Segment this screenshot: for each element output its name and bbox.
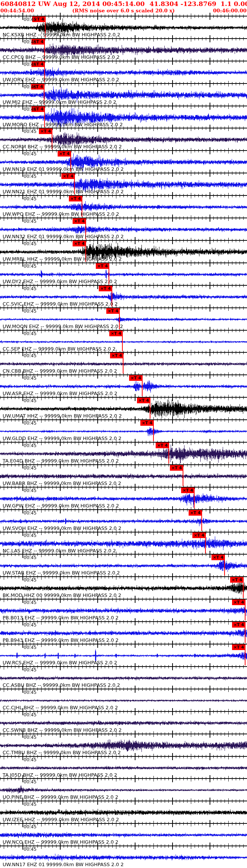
trace-row-uw-moro[interactable]: ×T 400:45UW.MORO EHZ -- 99999.0km BW HIG… [0,106,247,128]
pick-flag[interactable]: ×T 4 [211,555,225,560]
station-label-pb-b943: PB.B943 EHZ -- 99999.0km BW HIGHPASS 2.0… [3,637,119,643]
window-start-time: 00:44:54.00 [0,7,34,13]
trace-row-uw-babr[interactable]: ×T 400:45UW.BABR BHZ -- 99999.0km BW HIG… [0,464,247,487]
trace-row-uw-nn32[interactable]: ×T 400:45UW.NN32 EHZ 01 99999.0km BW HIG… [0,218,247,240]
station-label-uw-izee: UW.IZEE HHZ -- 99999.0km BW HIGHPASS 2.0… [3,817,119,822]
station-label-cc-svic: CC.SVIC EHZ -- 99999.0km BW HIGHPASS 2.0… [3,301,118,307]
trace-row-uw-star[interactable]: ×T 400:45UW.STAR EHZ -- 99999.0km BW HIG… [0,554,247,576]
trace-row-uw-dy2[interactable]: ×T 400:45UW.DY2 EHZ -- 99999.0km BW HIGH… [0,262,247,285]
pick-flag[interactable]: ×T 4 [232,644,246,650]
pick-flag[interactable]: ×T 4 [61,173,75,179]
pick-flag[interactable]: ×T 4 [106,308,120,314]
pick-flag[interactable]: ×T 4 [96,263,109,269]
station-label-nc-las: NC.LAS EHZ -- 99999.0km BW HIGHPASS 2.0 … [3,548,116,553]
station-label-cc-cjhl: CC.CJHL BHZ -- 99999.0km BW HIGHPASS 2.0… [3,705,118,710]
pick-flag[interactable]: ×T 4 [232,622,246,628]
pick-flag[interactable]: ×T 4 [170,465,183,471]
pick-flag[interactable]: ×T 4 [58,151,71,157]
pick-flag[interactable]: ×T 4 [192,532,206,538]
station-label-cc-asbu: CC.ASBU BHZ -- 99999.0km BW HIGHPASS 2.0… [3,682,120,688]
trace-row-pb-b013[interactable]: ×T 400:45PB.B013 EHZ -- 99999.0km BW HIG… [0,599,247,621]
trace-row-uw-jorv[interactable]: ×T 400:45UW.JORV EHZ -- 99999.0km BW HIG… [0,61,247,83]
trace-row-cc-norm[interactable]: ×T 400:45CC.NORM BHZ -- 99999.0km BW HIG… [0,128,247,150]
pick-flag[interactable]: ×T 4 [189,510,202,516]
trace-row-ta-j05d[interactable]: 00:45TA.J05D BHZ -- 99999.0km BW HIGHPAS… [0,756,247,779]
pick-flag[interactable]: ×T 4 [110,353,124,358]
minute-tick-label: 00:45 [24,219,37,224]
rms-scaling-note: (RMS noise over 6.0 s scaled 20.0 x) [72,7,175,13]
station-label-uw-moon: UW.MOON EHZ -- 99999.0km BW HIGHPASS 2.0… [3,324,123,329]
minute-tick-label: 00:45 [24,555,37,560]
station-label-cc-sep: CC.SEP EHZ -- 99999.0km BW HIGHPASS 2.0 … [3,346,116,352]
minute-tick-label: 00:45 [24,286,37,291]
trace-row-uw-nn19[interactable]: ×T 400:45UW.NN19 EHZ 01 99999.0km BW HIG… [0,150,247,173]
minute-tick-label: 00:45 [24,309,37,314]
station-label-cn-cbb: CN.CBB BHZ -- 99999.0km BW HIGHPASS 2.0 … [3,368,117,374]
trace-row-uw-umat[interactable]: ×T 400:45UW.UMAT HHZ -- 99999.0km BW HIG… [0,397,247,419]
trace-row-uw-nco[interactable]: 00:45UW.NCO EHZ -- 99999.0km BW HIGHPASS… [0,823,247,846]
pick-flag[interactable]: ×T 4 [232,600,246,605]
trace-row-uw-gpw[interactable]: ×T 400:45UW.GPW EHZ -- 99999.0km BW HIGH… [0,487,247,509]
station-label-uw-rcs: UW.RCS EHZ -- 99999.0km BW HIGHPASS 2.0 … [3,660,117,665]
trace-row-cn-cbb[interactable]: ×T 400:45CN.CBB BHZ -- 99999.0km BW HIGH… [0,352,247,374]
station-label-uw-babr: UW.BABR BHZ -- 99999.0km BW HIGHPASS 2.0… [3,480,121,486]
station-label-ta-e04d: TA.E04D BHZ -- 99999.0km BW HIGHPASS 2.0… [3,458,119,464]
pick-flag[interactable]: ×T 4 [230,577,244,583]
station-label-uw-mrbl: UW.MRBL HHZ -- 99999.0km BW HIGHPASS 2.0… [3,256,122,262]
trace-row-cc-tmbu[interactable]: 00:45CC.TMBU BHZ -- 99999.0km BW HIGHPAS… [0,734,247,756]
minute-tick-label: 00:45 [24,421,37,426]
window-time-line: 00:44:54.00 (RMS noise over 6.0 s scaled… [0,7,247,13]
pick-flag[interactable]: ×T 4 [140,420,154,426]
trace-row-uw-nn21[interactable]: ×T 400:45UW.NN21 EHZ 01 99999.0km BW HIG… [0,173,247,195]
trace-row-cc-swnb[interactable]: 00:45CC.SWNB BHZ -- 99999.0km BW HIGHPAS… [0,711,247,734]
trace-row-bk-mod[interactable]: ×T 400:45BK.MOD HHZ 00 99999.0km BW HIGH… [0,576,247,599]
trace-row-nc-las[interactable]: ×T 400:45NC.LAS EHZ -- 99999.0km BW HIGH… [0,532,247,554]
trace-row-uw-wpo[interactable]: ×T 400:45UW.WPO EHZ -- 99999.0km BW HIGH… [0,195,247,218]
minute-tick-label: 00:45 [24,757,37,762]
station-label-uw-asr: UW.ASR EHZ -- 99999.0km BW HIGHPASS 2.0 … [3,391,117,396]
trace-row-uw-rcs[interactable]: ×T 400:45UW.RCS EHZ -- 99999.0km BW HIGH… [0,644,247,666]
pick-flag[interactable]: ×T 4 [99,286,112,291]
pick-flag[interactable]: ×T 4 [109,331,123,336]
trace-row-uw-gldd[interactable]: ×T 400:45UW.GLDD EHZ -- 99999.0km BW HIG… [0,419,247,442]
minute-tick-label: 00:45 [24,398,37,403]
pick-flag[interactable]: ×T 4 [39,128,52,134]
pick-flag[interactable]: ×T 4 [156,443,169,448]
pick-flag[interactable]: ×T 4 [73,241,86,246]
trace-row-cc-cpc0[interactable]: ×T 400:45CC.CPC0 BHZ -- 99999.0km BW HIG… [0,38,247,61]
trace-row-cc-sep[interactable]: ×T 400:45CC.SEP EHZ -- 99999.0km BW HIGH… [0,330,247,352]
minute-tick-label: 00:45 [24,241,37,246]
trace-row-uw-svoh[interactable]: ×T 400:45UW.SVOH EHZ -- 99999.0km BW HIG… [0,509,247,532]
station-label-uw-moro: UW.MORO EHZ -- 99999.0km BW HIGHPASS 2.0… [3,122,123,127]
pick-flag[interactable]: ×T 4 [181,488,195,493]
trace-row-uw-moon[interactable]: ×T 400:45UW.MOON EHZ -- 99999.0km BW HIG… [0,307,247,330]
trace-row-uw-izee[interactable]: 00:45UW.IZEE HHZ -- 99999.0km BW HIGHPAS… [0,801,247,823]
pick-flag[interactable]: ×T 4 [137,398,150,403]
minute-tick-label: 00:45 [24,577,37,583]
trace-row-pb-b943[interactable]: ×T 400:45PB.B943 EHZ -- 99999.0km BW HIG… [0,621,247,644]
minute-tick-label: 00:45 [24,331,37,336]
seismogram-review-window: 60840812 UW Aug 12, 2014 00:45:14.00 41.… [0,0,247,868]
station-label-uw-dy2: UW.DY2 EHZ -- 99999.0km BW HIGHPASS 2.0 … [3,279,117,284]
pick-flag[interactable]: ×T 4 [69,196,82,201]
trace-row-uw-mj2[interactable]: ×T 400:45UW.MJ2 EHZ -- 99999.0km BW HIGH… [0,83,247,106]
station-label-uw-umat: UW.UMAT HHZ -- 99999.0km BW HIGHPASS 2.0… [3,413,122,419]
minute-tick-label: 00:45 [24,802,37,807]
trace-row-ta-e04d[interactable]: ×T 400:45TA.E04D BHZ -- 99999.0km BW HIG… [0,442,247,464]
station-label-uw-star: UW.STAR EHZ -- 99999.0km BW HIGHPASS 2.0… [3,570,120,576]
pick-flag[interactable]: ×T 4 [73,218,86,224]
minute-tick-label: 00:45 [24,174,37,179]
minute-tick-label: 00:45 [24,376,37,381]
trace-row-cc-cjhl[interactable]: 00:45CC.CJHL BHZ -- 99999.0km BW HIGHPAS… [0,689,247,711]
station-label-cc-norm: CC.NORM BHZ -- 99999.0km BW HIGHPASS 2.0… [3,144,122,149]
trace-row-uw-mrbl[interactable]: ×T 400:45UW.MRBL HHZ -- 99999.0km BW HIG… [0,240,247,262]
station-label-uo-pine: UO.PINE BHZ -- 99999.0km BW HIGHPASS 2.0… [3,794,118,800]
trace-row-uw-asr[interactable]: ×T 400:45UW.ASR EHZ -- 99999.0km BW HIGH… [0,374,247,397]
minute-tick-label: 00:45 [24,443,37,448]
trace-row-cc-asbu[interactable]: 00:45CC.ASBU BHZ -- 99999.0km BW HIGHPAS… [0,666,247,689]
trace-row-nc-ksxb[interactable]: ×T 400:45NC.KSXB HHZ -- 99999.0km BW HIG… [0,16,247,38]
trace-row-uo-pine[interactable]: 00:45UO.PINE BHZ -- 99999.0km BW HIGHPAS… [0,778,247,801]
trace-row-cc-svic[interactable]: ×T 400:45CC.SVIC EHZ -- 99999.0km BW HIG… [0,285,247,307]
pick-flag[interactable]: ×T 4 [129,375,143,381]
trace-row-uw-nn17[interactable]: 00:45UW.NN17 EHZ 01 99999.0km BW HIGHPAS… [0,846,247,868]
